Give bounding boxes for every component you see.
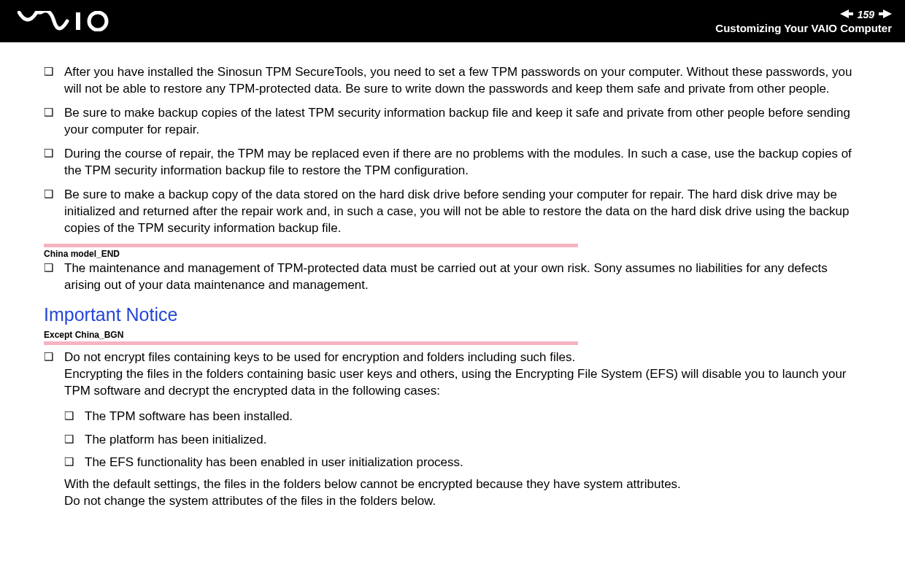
list-item: Be sure to make a backup copy of the dat… [44,187,861,237]
header-right: 159 Customizing Your VAIO Computer [715,9,892,34]
marker-label: Except China_BGN [44,330,861,340]
header-band: 159 Customizing Your VAIO Computer [0,0,905,42]
list-item: The TPM software has been installed. [64,407,861,426]
region-marker-begin: Except China_BGN [44,330,861,345]
pink-rule [44,341,578,345]
svg-marker-3 [879,9,892,18]
list-item: Be sure to make backup copies of the lat… [44,105,861,139]
list-item: The EFS functionality has been enabled i… [64,453,861,472]
header-subtitle: Customizing Your VAIO Computer [715,22,892,34]
list-item: The platform has been initialized. [64,430,861,449]
notice-trailing: With the default settings, the files in … [44,476,861,510]
list-item: After you have installed the Sinosun TPM… [44,64,861,98]
vaio-logo [18,11,120,31]
bullet-list-b: The maintenance and management of TPM-pr… [44,260,861,294]
bullet-list-a: After you have installed the Sinosun TPM… [44,64,861,236]
notice-sublist: The TPM software has been installed. The… [44,407,861,472]
nav-prev-icon[interactable] [840,9,853,20]
svg-point-1 [89,12,107,30]
notice-list: Do not encrypt files containing keys to … [44,349,861,400]
svg-rect-0 [76,12,80,30]
page-number: 159 [858,9,874,20]
list-item: During the course of repair, the TPM may… [44,146,861,179]
page-nav: 159 [840,9,892,20]
list-item: Do not encrypt files containing keys to … [44,349,861,400]
vaio-logo-svg [18,11,120,31]
region-marker-end: China model_END [44,244,861,259]
page-body: After you have installed the Sinosun TPM… [0,42,905,510]
nav-next-icon[interactable] [879,9,892,20]
pink-rule [44,244,578,247]
list-item: The maintenance and management of TPM-pr… [44,260,861,294]
important-notice-heading: Important Notice [44,304,861,325]
marker-label: China model_END [44,249,861,259]
svg-marker-2 [840,9,853,18]
